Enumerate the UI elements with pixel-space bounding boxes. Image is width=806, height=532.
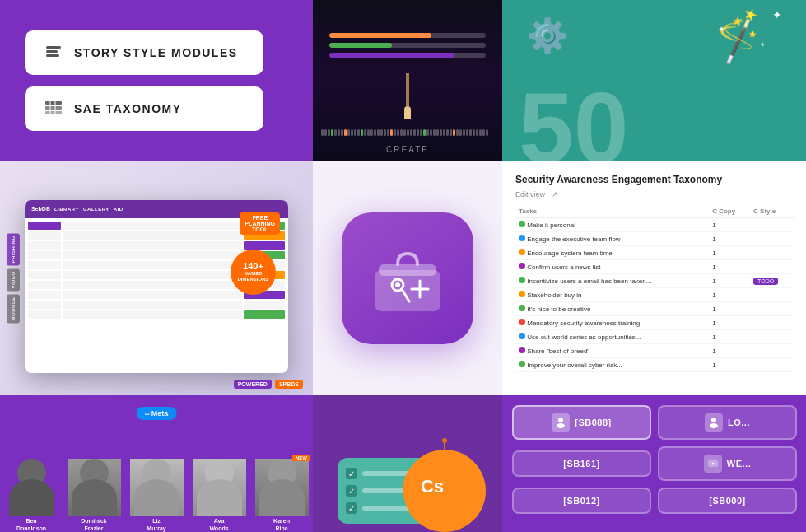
lo-button[interactable]: LO... bbox=[658, 405, 797, 440]
crowd-dot bbox=[370, 129, 373, 136]
crowd-dot bbox=[459, 129, 462, 136]
crowd-dot bbox=[463, 129, 465, 136]
sparkle-icon-3: ✦ bbox=[760, 41, 766, 49]
col-style: C Style bbox=[750, 205, 794, 218]
we-code: WE... bbox=[727, 459, 751, 469]
crowd-dot bbox=[433, 129, 436, 136]
taxonomy-table: Tasks C Copy C Style Make it personal 1 … bbox=[515, 205, 794, 372]
avatar-bg bbox=[130, 459, 184, 516]
table-cell bbox=[63, 251, 242, 259]
crowd-dot bbox=[357, 129, 360, 136]
style-cell bbox=[750, 302, 794, 316]
person-icon-2 bbox=[705, 413, 723, 432]
top-left-cell: STORY STYLE MODULES SAE TAXONOMY bbox=[0, 0, 313, 161]
checklist-illustration: ✓ ✓ ✓ bbox=[313, 395, 502, 532]
crowd-dot bbox=[479, 129, 482, 136]
side-label-2: VIDEO bbox=[7, 268, 20, 291]
expand-icon[interactable]: ↗ bbox=[552, 190, 558, 198]
laptop-cell: PHISHING VIDEO MODULE SebDB LIBRARY GALL… bbox=[0, 161, 313, 395]
table-row: Confirm users a news list 1 bbox=[515, 260, 794, 274]
crowd-dot bbox=[324, 129, 327, 136]
person-name-dominick: DominickFrazier bbox=[79, 516, 109, 532]
body bbox=[9, 479, 54, 516]
table-row: Use out-world series as opportunities...… bbox=[515, 330, 794, 344]
avatar-liz bbox=[130, 450, 184, 516]
style-cell bbox=[750, 260, 794, 274]
svg-rect-1 bbox=[46, 50, 58, 53]
body bbox=[259, 479, 305, 516]
free-planning-badge: FREEPLANNINGTOOL bbox=[240, 212, 280, 235]
table-cell bbox=[63, 301, 242, 309]
status-dot bbox=[519, 291, 525, 297]
crowd-dot bbox=[334, 129, 337, 136]
checkbox-2: ✓ bbox=[346, 485, 357, 497]
table-cell bbox=[63, 271, 242, 279]
status-dot bbox=[519, 333, 525, 339]
table-cell bbox=[28, 261, 61, 269]
taxonomy-title: Security Awareness Engagement Taxonomy bbox=[515, 174, 794, 185]
table-row: Make it personal 1 bbox=[515, 218, 794, 232]
crowd-dot bbox=[436, 129, 439, 136]
task-cell: Make it personal bbox=[515, 218, 709, 232]
sb161-button[interactable]: [SB161] bbox=[512, 450, 651, 477]
sebdb-logo: SebDB bbox=[31, 206, 50, 212]
task-cell: Encourage system team time bbox=[515, 246, 709, 260]
crowd-dot bbox=[387, 129, 389, 136]
sb012-button[interactable]: [SB012] bbox=[512, 488, 651, 514]
wand-icon: 🪄 bbox=[708, 5, 772, 68]
table-row: Stakeholder buy in 1 bbox=[515, 288, 794, 302]
side-nav-labels: PHISHING VIDEO MODULE bbox=[7, 233, 20, 323]
progress-bar-1 bbox=[329, 33, 486, 38]
badge-number: 140+ bbox=[243, 261, 263, 271]
task-cell: Engage the executive team flow bbox=[515, 232, 709, 246]
copy-cell: 1 bbox=[709, 288, 750, 302]
status-dot bbox=[519, 305, 525, 311]
crowd-dot bbox=[486, 129, 488, 136]
toolbox-svg bbox=[370, 241, 445, 315]
laptop-nav-2: GALLERY bbox=[83, 207, 109, 212]
copy-cell: 1 bbox=[709, 344, 750, 358]
avatar-ava bbox=[193, 450, 246, 516]
table-cell bbox=[63, 241, 242, 250]
avatar-ben bbox=[5, 450, 58, 516]
copy-cell: 1 bbox=[709, 358, 750, 372]
body bbox=[197, 479, 242, 516]
we-button[interactable]: WE... bbox=[658, 446, 797, 481]
svg-rect-2 bbox=[46, 54, 59, 57]
laptop-background: PHISHING VIDEO MODULE SebDB LIBRARY GALL… bbox=[0, 161, 313, 395]
crowd-dot bbox=[331, 129, 333, 136]
crowd-dot bbox=[423, 129, 426, 136]
style-cell bbox=[750, 218, 794, 232]
status-dot bbox=[519, 347, 525, 353]
crowd-dot bbox=[374, 129, 376, 136]
table-cell bbox=[63, 310, 242, 319]
taxonomy-cell: Security Awareness Engagement Taxonomy E… bbox=[502, 161, 806, 395]
table-cell bbox=[28, 241, 61, 250]
progress-fill-3 bbox=[329, 53, 454, 58]
sb012-code: [SB012] bbox=[563, 496, 599, 506]
checklist-cell: ✓ ✓ ✓ bbox=[313, 395, 502, 532]
sb088-code: [SB088] bbox=[575, 418, 611, 427]
story-style-button[interactable]: STORY STYLE MODULES bbox=[25, 30, 263, 75]
table-cell bbox=[244, 301, 285, 309]
person-name-liz: LizMurray bbox=[145, 516, 167, 532]
body bbox=[72, 479, 117, 516]
svg-point-16 bbox=[557, 423, 565, 428]
status-dot bbox=[519, 361, 525, 367]
task-cell: Incentivize users a email has been taken… bbox=[515, 274, 709, 288]
side-label-1: PHISHING bbox=[7, 233, 20, 265]
task-cell: Share "best of breed" bbox=[515, 344, 709, 358]
progress-bars bbox=[329, 33, 486, 63]
checkbox-3: ✓ bbox=[346, 502, 357, 514]
new-badge: NEW bbox=[292, 455, 310, 461]
svg-point-17 bbox=[711, 418, 716, 422]
crowd-dot bbox=[440, 129, 442, 136]
svg-rect-8 bbox=[375, 270, 440, 311]
sb000-button[interactable]: [SB000] bbox=[658, 488, 797, 514]
crowd-dot bbox=[469, 129, 472, 136]
sae-taxonomy-button[interactable]: SAE TAXONOMY bbox=[25, 86, 263, 131]
toolbox-icon-container bbox=[342, 212, 473, 344]
sb088-button[interactable]: [SB088] bbox=[512, 405, 651, 440]
crowd-dot bbox=[361, 129, 363, 136]
col-tasks: Tasks bbox=[515, 205, 709, 218]
